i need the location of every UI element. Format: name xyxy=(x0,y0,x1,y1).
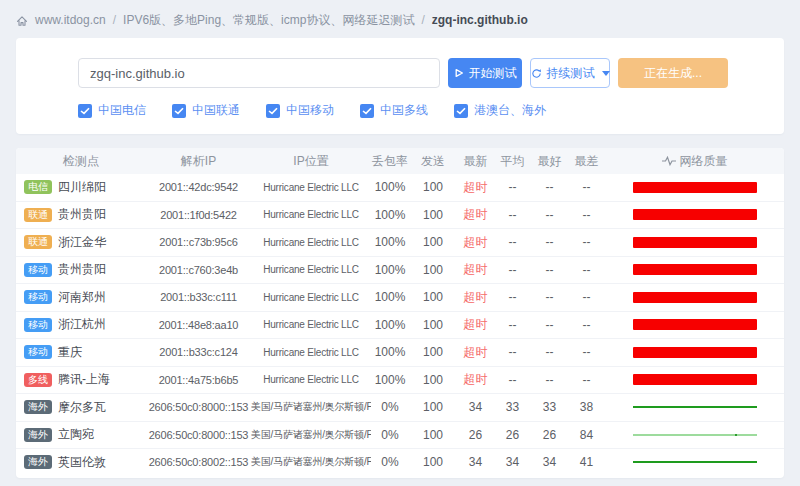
resolved-ip: 2001::c760:3e4b xyxy=(146,264,251,276)
node-city: 立陶宛 xyxy=(58,426,94,443)
latest-ping: 超时 xyxy=(457,316,494,333)
caret-down-icon xyxy=(602,71,610,76)
checkbox-china-multiline[interactable]: 中国多线 xyxy=(360,102,428,119)
resolved-ip: 2001::b33c:c124 xyxy=(146,346,251,358)
header-network-quality: 网络质量 xyxy=(605,153,784,170)
best-ping: -- xyxy=(531,263,568,277)
sent-count: 100 xyxy=(409,428,457,442)
sent-count: 100 xyxy=(409,180,457,194)
resolved-ip: 2001::1f0d:5422 xyxy=(146,209,251,221)
node-city: 浙江金华 xyxy=(58,234,106,251)
best-ping: -- xyxy=(531,345,568,359)
best-ping: 33 xyxy=(531,400,568,414)
avg-ping: -- xyxy=(494,373,531,387)
ip-location: Hurricane Electric LLC xyxy=(251,374,371,385)
resolved-ip: 2606:50c0:8000::153 xyxy=(146,401,251,413)
pulse-icon xyxy=(662,156,676,166)
node-city: 贵州贵阳 xyxy=(58,261,106,278)
worst-ping: -- xyxy=(568,373,605,387)
sent-count: 100 xyxy=(409,345,457,359)
isp-filter-row: 中国电信 中国联通 中国移动 中国多线 港澳台、海外 xyxy=(78,102,728,119)
avg-ping: 33 xyxy=(494,400,531,414)
play-icon xyxy=(454,68,464,78)
generating-button: 正在生成... xyxy=(618,58,728,88)
packet-loss-bar xyxy=(633,292,757,303)
continuous-test-button[interactable]: 持续测试 xyxy=(530,58,610,88)
breadcrumb-current: zgq-inc.github.io xyxy=(432,13,528,27)
checkbox-overseas[interactable]: 港澳台、海外 xyxy=(454,102,546,119)
node-city: 重庆 xyxy=(58,344,82,361)
header-worst: 最差 xyxy=(568,153,605,170)
quality-cell xyxy=(605,292,784,303)
header-ip-location: IP位置 xyxy=(251,153,371,170)
start-test-button[interactable]: 开始测试 xyxy=(448,58,522,88)
carrier-tag: 海外 xyxy=(24,455,52,469)
loss-rate: 100% xyxy=(371,235,409,249)
node-city: 腾讯-上海 xyxy=(58,371,110,388)
header-resolved-ip: 解析IP xyxy=(146,153,251,170)
best-ping: -- xyxy=(531,208,568,222)
resolved-ip: 2001::c73b:95c6 xyxy=(146,236,251,248)
node-city: 河南郑州 xyxy=(58,289,106,306)
loss-rate: 100% xyxy=(371,180,409,194)
worst-ping: 84 xyxy=(568,428,605,442)
checkbox-china-unicom[interactable]: 中国联通 xyxy=(172,102,240,119)
carrier-tag: 电信 xyxy=(24,180,52,194)
node-city: 摩尔多瓦 xyxy=(58,399,106,416)
table-row: 移动 浙江杭州 2001::48e8:aa10 Hurricane Electr… xyxy=(16,311,784,339)
worst-ping: 41 xyxy=(568,455,605,469)
packet-loss-bar xyxy=(633,347,757,358)
checkbox-china-telecom[interactable]: 中国电信 xyxy=(78,102,146,119)
breadcrumb-site-link[interactable]: www.itdog.cn xyxy=(35,13,106,27)
worst-ping: -- xyxy=(568,290,605,304)
carrier-tag: 多线 xyxy=(24,373,52,387)
avg-ping: -- xyxy=(494,290,531,304)
ip-location: Hurricane Electric LLC xyxy=(251,182,371,193)
table-row: 移动 贵州贵阳 2001::c760:3e4b Hurricane Electr… xyxy=(16,256,784,284)
sent-count: 100 xyxy=(409,455,457,469)
latency-sparkline xyxy=(633,434,757,436)
packet-loss-bar xyxy=(633,319,757,330)
checkbox-china-mobile[interactable]: 中国移动 xyxy=(266,102,334,119)
ip-location: Hurricane Electric LLC xyxy=(251,319,371,330)
ip-location: Hurricane Electric LLC xyxy=(251,264,371,275)
table-header-row: 检测点 解析IP IP位置 丢包率 发送 最新 平均 最好 最差 网络质量 xyxy=(16,148,784,174)
quality-cell xyxy=(605,434,784,436)
loss-rate: 100% xyxy=(371,373,409,387)
resolved-ip: 2001::48e8:aa10 xyxy=(146,319,251,331)
worst-ping: -- xyxy=(568,208,605,222)
packet-loss-bar xyxy=(633,264,757,275)
ip-location: Hurricane Electric LLC xyxy=(251,347,371,358)
ip-location: Hurricane Electric LLC xyxy=(251,237,371,248)
table-row: 移动 河南郑州 2001::b33c:c111 Hurricane Electr… xyxy=(16,283,784,311)
latency-sparkline xyxy=(633,406,757,408)
checkbox-checked-icon xyxy=(172,104,186,118)
sent-count: 100 xyxy=(409,373,457,387)
quality-cell xyxy=(605,264,784,275)
carrier-tag: 移动 xyxy=(24,290,52,304)
node-city: 四川绵阳 xyxy=(58,179,106,196)
loss-rate: 100% xyxy=(371,318,409,332)
quality-cell xyxy=(605,182,784,193)
table-body: 电信 四川绵阳 2001::42dc:9542 Hurricane Electr… xyxy=(16,174,784,476)
table-row: 联通 浙江金华 2001::c73b:95c6 Hurricane Electr… xyxy=(16,228,784,256)
latest-ping: 超时 xyxy=(457,344,494,361)
carrier-tag: 联通 xyxy=(24,235,52,249)
latency-sparkline xyxy=(633,461,757,463)
table-row: 海外 英国伦敦 2606:50c0:8002::153 美国/马萨诸塞州/奥尔斯… xyxy=(16,448,784,476)
breadcrumb: www.itdog.cn / IPV6版、多地Ping、常规版、icmp协议、网… xyxy=(0,0,800,29)
avg-ping: -- xyxy=(494,263,531,277)
target-host-input[interactable] xyxy=(78,58,440,88)
latest-ping: 34 xyxy=(457,455,494,469)
checkbox-checked-icon xyxy=(266,104,280,118)
quality-cell xyxy=(605,319,784,330)
best-ping: -- xyxy=(531,290,568,304)
best-ping: -- xyxy=(531,180,568,194)
quality-cell xyxy=(605,209,784,220)
quality-cell xyxy=(605,461,784,463)
packet-loss-bar xyxy=(633,374,757,385)
worst-ping: -- xyxy=(568,318,605,332)
header-best: 最好 xyxy=(531,153,568,170)
table-row: 海外 摩尔多瓦 2606:50c0:8000::153 美国/马萨诸塞州/奥尔斯… xyxy=(16,393,784,421)
avg-ping: -- xyxy=(494,235,531,249)
